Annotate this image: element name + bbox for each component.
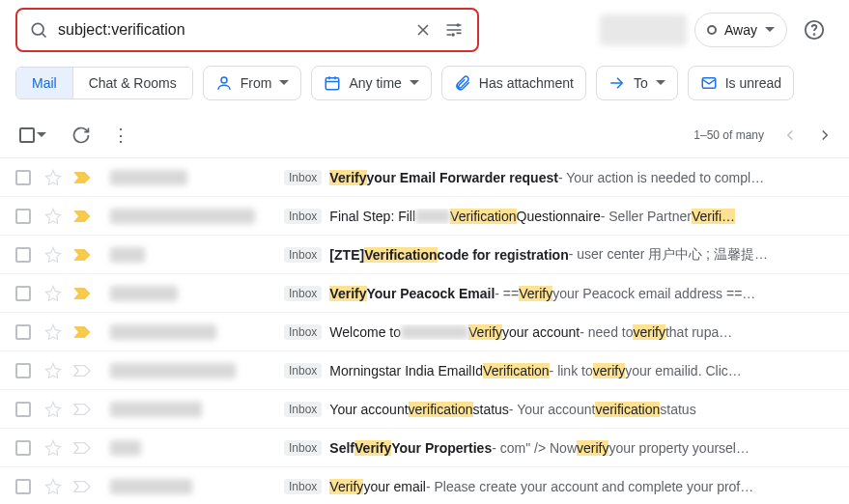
row-checkbox[interactable]: [15, 286, 31, 301]
important-icon[interactable]: [73, 248, 91, 262]
row-checkbox[interactable]: [15, 402, 31, 417]
search-input[interactable]: [58, 21, 408, 39]
chip-from[interactable]: From: [203, 66, 302, 100]
next-page-button[interactable]: [816, 126, 834, 144]
sender: [110, 286, 284, 301]
chip-unread[interactable]: Is unread: [688, 66, 794, 100]
important-icon[interactable]: [73, 210, 91, 223]
email-content: InboxVerify Your Peacock Email - == Veri…: [284, 286, 834, 301]
refresh-button[interactable]: [71, 126, 91, 145]
star-icon[interactable]: [44, 285, 62, 302]
sender: [110, 479, 284, 494]
star-icon[interactable]: [44, 208, 62, 225]
svg-point-5: [457, 23, 460, 26]
segment-chat[interactable]: Chat & Rooms: [72, 68, 192, 98]
page-range: 1–50 of many: [693, 128, 764, 142]
sender: [110, 170, 284, 185]
row-checkbox[interactable]: [15, 324, 31, 340]
row-checkbox[interactable]: [15, 363, 31, 378]
svg-point-7: [814, 34, 815, 35]
star-icon[interactable]: [44, 401, 62, 418]
chip-attachment-label: Has attachment: [479, 75, 574, 91]
chip-unread-label: Is unread: [725, 75, 781, 91]
email-list: InboxVerify your Email Forwarder request…: [0, 158, 849, 504]
email-row[interactable]: InboxVerify your email - Please create y…: [0, 467, 849, 504]
row-checkbox[interactable]: [15, 247, 31, 263]
sender: [110, 440, 284, 456]
account-info: [600, 14, 687, 45]
sender: [110, 363, 284, 378]
inbox-label: Inbox: [284, 247, 322, 263]
email-row[interactable]: InboxVerify your Email Forwarder request…: [0, 158, 849, 197]
inbox-label: Inbox: [284, 170, 322, 185]
important-icon[interactable]: [73, 171, 91, 184]
important-icon[interactable]: [73, 364, 91, 378]
status-dot-icon: [707, 25, 717, 35]
star-icon[interactable]: [44, 439, 62, 457]
inbox-label: Inbox: [284, 324, 322, 340]
sender: [110, 209, 284, 224]
email-content: InboxVerify your email - Please create y…: [284, 479, 834, 494]
email-content: InboxYour account verification status - …: [284, 402, 834, 417]
important-icon[interactable]: [73, 441, 91, 455]
svg-line-1: [42, 34, 46, 38]
svg-rect-9: [326, 78, 340, 90]
email-row[interactable]: InboxFinal Step: Fill Verification Quest…: [0, 197, 849, 236]
star-icon[interactable]: [44, 246, 62, 264]
caret-down-icon: [765, 25, 775, 35]
email-row[interactable]: InboxSelf Verify Your Properties - com" …: [0, 429, 849, 467]
clear-search-icon[interactable]: [408, 14, 439, 45]
inbox-label: Inbox: [284, 440, 322, 456]
chip-to-label: To: [634, 75, 648, 91]
caret-down-icon: [279, 78, 289, 88]
row-checkbox[interactable]: [15, 209, 31, 224]
caret-down-icon: [37, 130, 46, 140]
email-content: InboxMorningstar India EmailId Verificat…: [284, 363, 834, 378]
inbox-label: Inbox: [284, 402, 322, 417]
email-content: InboxWelcome to Verify your account - ne…: [284, 324, 834, 340]
select-all-button[interactable]: [15, 124, 50, 147]
email-content: Inbox[ZTE]Verification code for registra…: [284, 246, 834, 264]
svg-point-4: [452, 33, 455, 36]
important-icon[interactable]: [73, 287, 91, 300]
status-label: Away: [724, 22, 757, 38]
important-icon[interactable]: [73, 403, 91, 416]
email-row[interactable]: InboxVerify Your Peacock Email - == Veri…: [0, 274, 849, 313]
sender: [110, 324, 284, 340]
row-checkbox[interactable]: [15, 440, 31, 456]
help-button[interactable]: [795, 11, 834, 49]
caret-down-icon: [656, 78, 665, 88]
inbox-label: Inbox: [284, 209, 322, 224]
prev-page-button[interactable]: [781, 126, 799, 144]
svg-point-0: [32, 23, 43, 35]
search-icon: [29, 20, 48, 40]
row-checkbox[interactable]: [15, 170, 31, 185]
status-selector[interactable]: Away: [694, 13, 787, 47]
chip-anytime-label: Any time: [349, 75, 401, 91]
chip-from-label: From: [241, 75, 272, 91]
star-icon[interactable]: [44, 478, 62, 495]
sender: [110, 402, 284, 417]
search-box[interactable]: [15, 8, 479, 52]
email-row[interactable]: InboxWelcome to Verify your account - ne…: [0, 313, 849, 351]
segment-mail[interactable]: Mail: [16, 68, 72, 98]
star-icon[interactable]: [44, 323, 62, 341]
sender: [110, 247, 284, 263]
more-button[interactable]: ⋮: [112, 125, 129, 146]
svg-point-8: [221, 77, 227, 83]
row-checkbox[interactable]: [15, 479, 31, 494]
email-row[interactable]: InboxYour account verification status - …: [0, 390, 849, 429]
email-row[interactable]: Inbox[ZTE]Verification code for registra…: [0, 236, 849, 274]
chip-anytime[interactable]: Any time: [311, 66, 431, 100]
email-content: InboxSelf Verify Your Properties - com" …: [284, 440, 834, 456]
important-icon[interactable]: [73, 480, 91, 493]
view-segment: Mail Chat & Rooms: [15, 67, 193, 99]
email-row[interactable]: InboxMorningstar India EmailId Verificat…: [0, 351, 849, 390]
important-icon[interactable]: [73, 325, 91, 339]
inbox-label: Inbox: [284, 286, 322, 301]
search-options-icon[interactable]: [439, 14, 469, 45]
star-icon[interactable]: [44, 362, 62, 379]
chip-to[interactable]: To: [596, 66, 678, 100]
star-icon[interactable]: [44, 169, 62, 186]
chip-attachment[interactable]: Has attachment: [441, 66, 586, 100]
